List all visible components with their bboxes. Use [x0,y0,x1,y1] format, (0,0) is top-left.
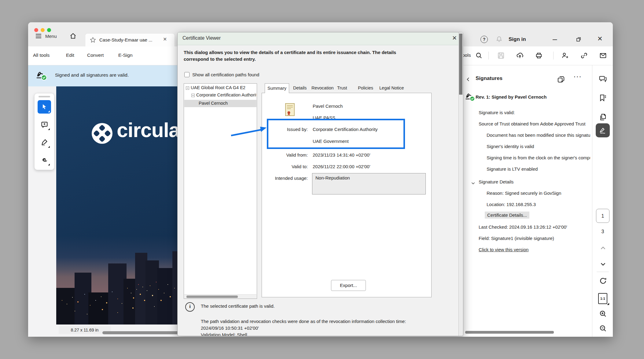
signatures-panel: Signatures ··· Rev. 1: Signed by Pavel C… [463,65,592,337]
rev-title[interactable]: Rev. 1: Signed by Pavel Cernoch [476,94,546,100]
tool-flyout-indicator [48,146,50,148]
issuer-line2: UAE Government [313,139,349,144]
dialog-description-line2: correspond to the selected entry. [184,56,256,62]
dialog-close-icon[interactable]: ✕ [452,34,457,42]
certificate-viewer-dialog: Certificate Viewer ✕ This dialog allows … [177,32,463,336]
notifications-bell-icon[interactable] [495,35,503,43]
tree-item-intermediate[interactable]: Corporate Certification Authority [196,92,256,97]
signature-details-header[interactable]: Signature Details [479,179,513,184]
search-icon[interactable] [475,52,483,60]
tab-title: Case-Study-Emaar uae ... [99,37,159,42]
comments-icon[interactable] [599,74,607,83]
view-version-link[interactable]: Click to view this version [479,247,528,252]
add-comment-tool-button[interactable] [38,118,51,131]
home-icon[interactable] [69,32,77,40]
annotation-highlight-box [267,119,405,149]
window-restore-icon[interactable] [575,36,582,43]
show-all-paths-label[interactable]: Show all certification paths found [192,72,259,77]
draw-tool-button[interactable] [38,153,51,167]
rotate-refresh-icon[interactable] [599,277,607,285]
next-page-chevron-icon[interactable] [600,261,606,267]
menu-button[interactable]: Menu [45,34,57,39]
tool-flyout-indicator [607,303,609,305]
tab-trust[interactable]: Trust [337,85,347,90]
banner-message: Signed and all signatures are valid. [55,72,129,78]
previous-page-chevron-icon[interactable] [600,245,606,252]
page-total-label: 3 [592,229,613,234]
status-line: Source of Trust obtained from Adobe Appr… [479,121,590,126]
dialog-scrollbar-thumb[interactable] [459,34,462,95]
detail-line-reason: Reason: Signed securely in GovSign [487,190,590,196]
window-minimize-icon[interactable]: – [553,34,557,44]
export-button[interactable]: Export... [331,280,366,291]
tab-convert[interactable]: Convert [87,53,104,58]
valid-to-value: 2026/11/22 22:00:00 +02'00' [313,164,370,169]
subject-org: UAE PASS [313,115,335,120]
tab-details[interactable]: Details [293,85,307,90]
help-icon[interactable]: ? [480,36,488,43]
page-number-input[interactable]: 1 [596,209,609,223]
cloud-upload-icon[interactable] [516,52,524,60]
issuer-line1: Corporate Certification Authority [313,127,378,132]
intended-usage-box: Non-Repudiation [312,173,426,194]
zoom-in-icon[interactable] [599,310,607,318]
bookmarks-icon[interactable] [599,94,607,102]
tab-policies[interactable]: Policies [358,85,373,90]
tab-summary-active[interactable]: Summary [265,83,289,93]
certificate-details-button[interactable]: Certificate Details... [485,212,529,219]
actual-size-icon[interactable]: 1:1 [598,293,607,304]
tab-close-icon[interactable]: ✕ [163,36,167,42]
sidebar-divider [597,272,609,272]
certificate-icon [285,103,296,117]
traffic-minimize-icon[interactable] [41,28,45,32]
validate-all-icon[interactable] [557,75,565,84]
show-all-paths-checkbox[interactable] [184,72,190,77]
tab-all-tools[interactable]: All tools [33,53,50,58]
sign-in-button[interactable]: Sign in [509,36,526,42]
print-icon[interactable] [535,52,543,60]
email-icon[interactable] [599,52,607,60]
toolbar-divider [488,52,489,60]
panel-options-ellipsis-icon[interactable]: ··· [573,72,582,81]
star-icon[interactable] [90,37,96,43]
tree-scrollbar-thumb[interactable] [186,296,238,298]
collapse-panel-chevron-icon[interactable] [465,76,471,82]
signatures-tab-active[interactable] [596,123,610,137]
panel-title: Signatures [476,75,502,82]
dialog-titlebar[interactable]: Certificate Viewer ✕ [178,32,463,45]
link-icon[interactable] [580,52,588,60]
certificate-tree[interactable]: UAE Global Root CA G4 E2 Corporate Certi… [184,83,257,299]
status-line: Signer's identity is valid [487,144,590,149]
city-lights [56,86,57,87]
traffic-close-icon[interactable] [34,28,38,32]
drag-handle[interactable] [39,96,50,97]
tab-edit[interactable]: Edit [66,53,74,58]
panel-horizontal-scrollbar[interactable] [465,331,554,334]
tab-esign[interactable]: E-Sign [118,53,133,58]
select-tool-button[interactable] [38,100,51,114]
document-tab[interactable]: Case-Study-Emaar uae ... ✕ [85,33,175,47]
summary-tab-panel: Pavel Cernoch UAE PASS Issued by: Corpor… [262,93,432,297]
building-silhouette [88,292,111,325]
tree-collapse-icon[interactable] [191,94,195,97]
chevron-down-icon[interactable] [471,181,476,186]
status-line: Signing time is from the clock on the si… [487,155,590,160]
valid-from-label: Valid from: [262,152,308,158]
tab-legal-notice[interactable]: Legal Notice [379,85,404,90]
tree-item-leaf-selected[interactable]: Pavel Cernoch [199,101,228,106]
page-thumbnails-icon[interactable] [599,113,607,121]
zoom-out-icon[interactable] [599,324,607,333]
tree-collapse-icon[interactable] [186,86,189,90]
hamburger-menu-icon[interactable] [35,32,42,40]
window-close-icon[interactable]: ✕ [597,35,603,42]
highlight-tool-button[interactable] [38,136,51,149]
info-icon: i [185,302,195,312]
dialog-description-line1: This dialog allows you to view the detai… [184,50,396,55]
tree-item-root[interactable]: UAE Global Root CA G4 E2 [191,85,245,90]
acrobat-window: Menu Case-Study-Emaar uae ... ✕ ? Sign i… [28,22,613,337]
add-user-icon[interactable] [561,52,569,60]
traffic-zoom-icon[interactable] [47,28,51,32]
tab-revocation[interactable]: Revocation [311,85,334,90]
intended-usage-label: Intended usage: [262,176,308,181]
rev-signature-valid-icon [465,91,476,102]
